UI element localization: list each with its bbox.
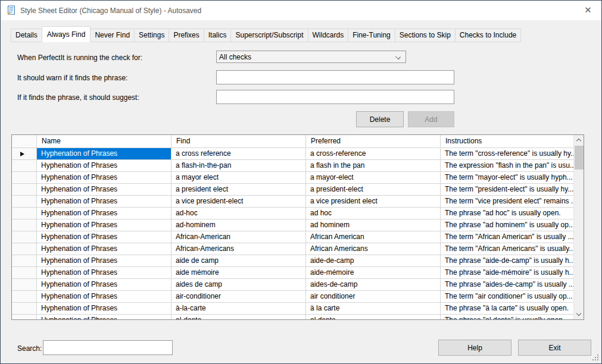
tab-superscript-subscript[interactable]: Superscript/Subscript xyxy=(231,29,308,42)
cell-instructions[interactable]: The phrase "ad hoc" is usually open. xyxy=(441,208,573,219)
row-header-cell[interactable] xyxy=(12,243,37,255)
row-header-cell[interactable] xyxy=(12,219,37,231)
cell-preferred[interactable]: aide-mémoire xyxy=(306,267,441,279)
tab-sections-to-skip[interactable]: Sections to Skip xyxy=(395,29,456,42)
row-header-cell[interactable] xyxy=(12,184,37,196)
cell-instructions[interactable]: The term "African American" is usually .… xyxy=(441,231,573,243)
column-header-instructions[interactable]: Instructions xyxy=(441,135,573,148)
row-header-cell[interactable] xyxy=(12,160,37,172)
cell-preferred[interactable]: a vice president elect xyxy=(306,196,441,208)
cell-instructions[interactable]: The term "president-elect" is usually hy… xyxy=(441,184,573,196)
column-header-preferred[interactable]: Preferred xyxy=(306,135,441,148)
cell-find[interactable]: ad-hoc xyxy=(171,208,306,219)
cell-name[interactable]: Hyphenation of Phrases xyxy=(37,315,171,319)
close-icon[interactable]: ✕ xyxy=(575,1,601,20)
cell-instructions[interactable]: The phrase "aide-de-camp" is usually h..… xyxy=(441,255,573,267)
cell-instructions[interactable]: The phrase "aides-de-camp" is usually ..… xyxy=(441,279,573,291)
cell-find[interactable]: aide de camp xyxy=(171,255,306,267)
cell-instructions[interactable]: The term "cross-reference" is usually hy… xyxy=(441,148,573,160)
row-header-cell[interactable] xyxy=(12,172,37,184)
warn-phrase-input[interactable] xyxy=(216,70,454,84)
cell-preferred[interactable]: aides-de-camp xyxy=(306,279,441,291)
cell-instructions[interactable]: The term "mayor-elect" is usually hyph..… xyxy=(441,172,573,184)
cell-name[interactable]: Hyphenation of Phrases xyxy=(37,255,171,267)
cell-find[interactable]: a flash-in-the-pan xyxy=(171,160,306,172)
cell-instructions[interactable]: The term "air conditioner" is usually op… xyxy=(441,291,573,303)
cell-instructions[interactable]: The expression "flash in the pan" is usu… xyxy=(441,160,573,172)
cell-instructions[interactable]: The term "African Americans" is usually.… xyxy=(441,243,573,255)
cell-find[interactable]: African-Americans xyxy=(171,243,306,255)
scroll-down-icon[interactable] xyxy=(574,309,584,319)
tab-settings[interactable]: Settings xyxy=(135,29,169,42)
tab-checks-to-include[interactable]: Checks to Include xyxy=(456,29,521,42)
resize-grip[interactable] xyxy=(592,354,598,360)
cell-find[interactable]: a president elect xyxy=(171,184,306,196)
cell-preferred[interactable]: à la carte xyxy=(306,303,441,315)
row-header-cell[interactable] xyxy=(12,231,37,243)
row-header-cell[interactable] xyxy=(12,291,37,303)
cell-name[interactable]: Hyphenation of Phrases xyxy=(37,231,171,243)
cell-preferred[interactable]: air conditioner xyxy=(306,291,441,303)
check-for-dropdown[interactable]: All checks xyxy=(216,51,406,63)
help-button[interactable]: Help xyxy=(438,340,511,356)
cell-name[interactable]: Hyphenation of Phrases xyxy=(37,184,171,196)
tab-italics[interactable]: Italics xyxy=(204,29,232,42)
cell-name[interactable]: Hyphenation of Phrases xyxy=(37,279,171,291)
tab-prefixes[interactable]: Prefixes xyxy=(169,29,204,42)
cell-name[interactable]: Hyphenation of Phrases xyxy=(37,208,171,219)
row-header-cell[interactable] xyxy=(12,303,37,315)
cell-name[interactable]: Hyphenation of Phrases xyxy=(37,219,171,231)
scroll-up-icon[interactable] xyxy=(574,135,584,145)
cell-instructions[interactable]: The phrase "ad hominem" is usually op... xyxy=(441,219,573,231)
cell-preferred[interactable]: ad hoc xyxy=(306,208,441,219)
cell-preferred[interactable]: al dente xyxy=(306,315,441,319)
cell-find[interactable]: aide mémoire xyxy=(171,267,306,279)
row-header-cell[interactable] xyxy=(12,267,37,279)
search-input[interactable] xyxy=(43,340,173,355)
row-header-cell[interactable] xyxy=(12,315,37,319)
cell-preferred[interactable]: a president-elect xyxy=(306,184,441,196)
tab-never-find[interactable]: Never Find xyxy=(91,29,135,42)
cell-find[interactable]: al-dente xyxy=(171,315,306,319)
cell-find[interactable]: African-American xyxy=(171,231,306,243)
row-header-cell[interactable] xyxy=(12,279,37,291)
cell-instructions[interactable]: The term "vice president elect" remains … xyxy=(441,196,573,208)
row-header-cell[interactable] xyxy=(12,208,37,219)
column-header-find[interactable]: Find xyxy=(171,135,306,148)
cell-preferred[interactable]: a mayor-elect xyxy=(306,172,441,184)
tab-fine-tuning[interactable]: Fine-Tuning xyxy=(348,29,395,42)
column-header-name[interactable]: Name xyxy=(37,135,171,148)
cell-instructions[interactable]: The phrase "à la carte" is usually open. xyxy=(441,303,573,315)
cell-find[interactable]: a vice president-elect xyxy=(171,196,306,208)
exit-button[interactable]: Exit xyxy=(518,340,591,356)
cell-preferred[interactable]: aide-de-camp xyxy=(306,255,441,267)
tab-wildcards[interactable]: Wildcards xyxy=(308,29,349,42)
row-header-cell[interactable] xyxy=(12,148,37,160)
cell-preferred[interactable]: a cross-reference xyxy=(306,148,441,160)
cell-name[interactable]: Hyphenation of Phrases xyxy=(37,172,171,184)
cell-name[interactable]: Hyphenation of Phrases xyxy=(37,291,171,303)
cell-name[interactable]: Hyphenation of Phrases xyxy=(37,243,171,255)
cell-find[interactable]: a cross reference xyxy=(171,148,306,160)
cell-name[interactable]: Hyphenation of Phrases xyxy=(37,148,171,160)
cell-name[interactable]: Hyphenation of Phrases xyxy=(37,160,171,172)
row-header-cell[interactable] xyxy=(12,255,37,267)
vertical-scrollbar[interactable] xyxy=(573,135,584,319)
row-header-cell[interactable] xyxy=(12,196,37,208)
delete-button[interactable]: Delete xyxy=(356,111,404,127)
cell-instructions[interactable]: The phrase "aide-mémoire" is usually h..… xyxy=(441,267,573,279)
cell-name[interactable]: Hyphenation of Phrases xyxy=(37,267,171,279)
cell-preferred[interactable]: a flash in the pan xyxy=(306,160,441,172)
cell-find[interactable]: ad-hominem xyxy=(171,219,306,231)
cell-preferred[interactable]: ad hominem xyxy=(306,219,441,231)
tab-always-find[interactable]: Always Find xyxy=(42,26,91,42)
cell-find[interactable]: aides de camp xyxy=(171,279,306,291)
cell-name[interactable]: Hyphenation of Phrases xyxy=(37,196,171,208)
suggest-phrase-input[interactable] xyxy=(216,90,454,104)
add-button[interactable]: Add xyxy=(408,111,454,127)
tab-details[interactable]: Details xyxy=(11,29,42,42)
cell-name[interactable]: Hyphenation of Phrases xyxy=(37,303,171,315)
cell-preferred[interactable]: African Americans xyxy=(306,243,441,255)
cell-preferred[interactable]: African American xyxy=(306,231,441,243)
scrollbar-thumb[interactable] xyxy=(575,146,584,170)
